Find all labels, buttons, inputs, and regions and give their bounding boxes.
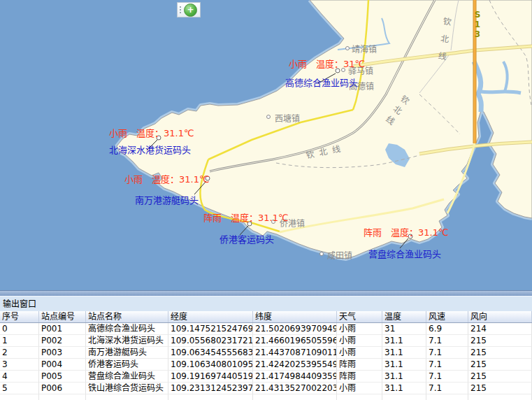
- cell-wind-speed: 7.1: [426, 383, 468, 394]
- col-header[interactable]: 温度: [382, 311, 426, 322]
- cell-latitude: 21.4660196505596: [253, 335, 337, 347]
- cell-longitude: 109.191697440519: [168, 371, 253, 383]
- cell-weather: 小雨: [337, 383, 382, 394]
- cell-wind-direction: 215: [468, 359, 532, 371]
- cell-index: 1: [0, 335, 39, 347]
- cell-latitude: 21.4242025395549: [253, 359, 337, 371]
- table-row[interactable]: 0 P001 高德综合渔业码头 109.147521524769 21.5020…: [0, 323, 532, 335]
- cell-wind-direction: 215: [468, 335, 532, 347]
- cell-station-id: P001: [39, 323, 86, 335]
- map-toolbar[interactable]: +: [177, 2, 201, 17]
- cell-wind-speed: 6.9: [426, 323, 468, 335]
- cell-temperature: 31: [382, 323, 426, 335]
- cell-wind-speed: 7.1: [426, 359, 468, 371]
- table-row[interactable]: 3 P004 侨港客运码头 109.106340801095 21.424202…: [0, 359, 532, 371]
- river: [481, 92, 521, 93]
- cell-index: 2: [0, 347, 39, 359]
- cell-station-id: P005: [39, 371, 86, 383]
- cell-wind-speed: 7.1: [426, 347, 468, 359]
- station-marker[interactable]: [157, 136, 161, 140]
- cell-longitude: 109.147521524769: [168, 323, 253, 335]
- stations-table: 序号 站点编号 站点名称 经度 纬度 天气 温度 风速 风向 0 P001 高德…: [0, 311, 532, 400]
- station-marker[interactable]: [247, 222, 252, 226]
- map-canvas[interactable]: [0, 0, 532, 290]
- cell-index: 4: [0, 371, 39, 383]
- cell-wind-speed: 7.1: [426, 335, 468, 347]
- cell-latitude: 21.4174984409359: [253, 371, 337, 383]
- cell-station-id: P004: [39, 359, 86, 371]
- cell-station-name: 南万港游艇码头: [86, 347, 168, 359]
- cell-weather: 阵雨: [337, 359, 382, 371]
- col-header[interactable]: 风向: [468, 311, 532, 322]
- cell-weather: 小雨: [337, 335, 382, 347]
- cell-index: 3: [0, 359, 39, 371]
- cell-latitude: 21.4313527002203: [253, 383, 337, 394]
- cell-station-name: 高德综合渔业码头: [86, 323, 168, 335]
- cell-temperature: 31.1: [382, 359, 426, 371]
- cell-latitude: 21.5020693970949: [253, 323, 337, 335]
- cell-latitude: 21.4437087109011: [253, 347, 337, 359]
- cell-temperature: 31.1: [382, 383, 426, 394]
- cell-station-id: P006: [39, 383, 86, 394]
- col-header[interactable]: 经度: [168, 311, 253, 322]
- cell-wind-direction: 215: [468, 347, 532, 359]
- cell-station-name: 营盘综合渔业码头: [86, 371, 168, 383]
- cell-station-id: P002: [39, 335, 86, 347]
- cell-temperature: 31.1: [382, 371, 426, 383]
- cell-longitude: 109.231312452397: [168, 383, 253, 394]
- cell-weather: 小雨: [337, 323, 382, 335]
- station-marker[interactable]: [206, 176, 210, 180]
- cell-station-id: P003: [39, 347, 86, 359]
- toolbar-grip-handle[interactable]: [180, 6, 181, 13]
- cell-weather: 小雨: [337, 347, 382, 359]
- col-header[interactable]: 站点名称: [86, 311, 168, 322]
- panel-splitter[interactable]: [0, 290, 532, 296]
- add-circle-icon[interactable]: +: [184, 3, 197, 17]
- gis-application-window: S13 钦北线 钦北线 钦北线 靖海镇 驿马镇 高德镇 西塘镇 侨港镇 咸田镇 …: [0, 0, 532, 400]
- cell-wind-direction: 215: [468, 371, 532, 383]
- table-row[interactable]: 1 P002 北海深水港货运码头 109.055680231721 21.466…: [0, 335, 532, 347]
- cell-longitude: 109.063454555683: [168, 347, 253, 359]
- col-header[interactable]: 站点编号: [39, 311, 86, 322]
- cell-temperature: 31.1: [382, 335, 426, 347]
- table-header-row: 序号 站点编号 站点名称 经度 纬度 天气 温度 风速 风向: [0, 311, 532, 323]
- cell-longitude: 109.055680231721: [168, 335, 253, 347]
- col-header[interactable]: 天气: [337, 311, 382, 322]
- cell-index: 5: [0, 383, 39, 394]
- col-header[interactable]: 纬度: [253, 311, 337, 322]
- cell-station-name: 北海深水港货运码头: [86, 335, 168, 347]
- station-marker[interactable]: [408, 234, 412, 238]
- cell-temperature: 31.1: [382, 347, 426, 359]
- table-empty-row: [0, 394, 532, 400]
- cell-station-name: 侨港客运码头: [86, 359, 168, 371]
- table-row[interactable]: 4 P005 营盘综合渔业码头 109.191697440519 21.4174…: [0, 371, 532, 383]
- col-header[interactable]: 风速: [426, 311, 468, 322]
- cell-longitude: 109.106340801095: [168, 359, 253, 371]
- cell-weather: 阵雨: [337, 371, 382, 383]
- cell-station-name: 铁山港综合货运码头: [86, 383, 168, 394]
- station-marker[interactable]: [336, 69, 340, 73]
- map-viewport[interactable]: S13 钦北线 钦北线 钦北线 靖海镇 驿马镇 高德镇 西塘镇 侨港镇 咸田镇 …: [0, 0, 532, 290]
- table-row[interactable]: 5 P006 铁山港综合货运码头 109.231312452397 21.431…: [0, 383, 532, 394]
- table-row[interactable]: 2 P003 南万港游艇码头 109.063454555683 21.44370…: [0, 347, 532, 359]
- cell-index: 0: [0, 323, 39, 335]
- col-header[interactable]: 序号: [0, 311, 39, 322]
- cell-wind-speed: 7.1: [426, 371, 468, 383]
- output-window-title: 输出窗口: [0, 296, 532, 311]
- cell-wind-direction: 215: [468, 383, 532, 394]
- cell-wind-direction: 214: [468, 323, 532, 335]
